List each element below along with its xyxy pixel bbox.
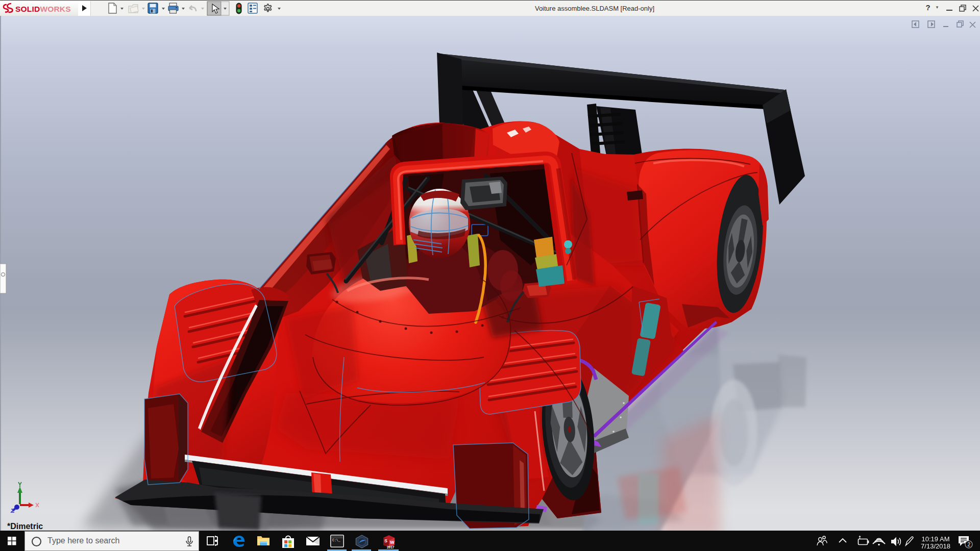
svg-text:SOLIDWORKS: SOLIDWORKS [15, 5, 71, 13]
svg-text:10:19 AM: 10:19 AM [922, 535, 950, 543]
svg-text:*Dimetric: *Dimetric [7, 522, 43, 531]
svg-text:2: 2 [968, 542, 971, 547]
svg-text:7/13/2018: 7/13/2018 [921, 542, 950, 549]
svg-text:C:\_: C:\_ [332, 539, 340, 542]
svg-text:W: W [390, 540, 395, 545]
svg-text:2017: 2017 [387, 545, 395, 549]
svg-text:S: S [384, 538, 387, 543]
